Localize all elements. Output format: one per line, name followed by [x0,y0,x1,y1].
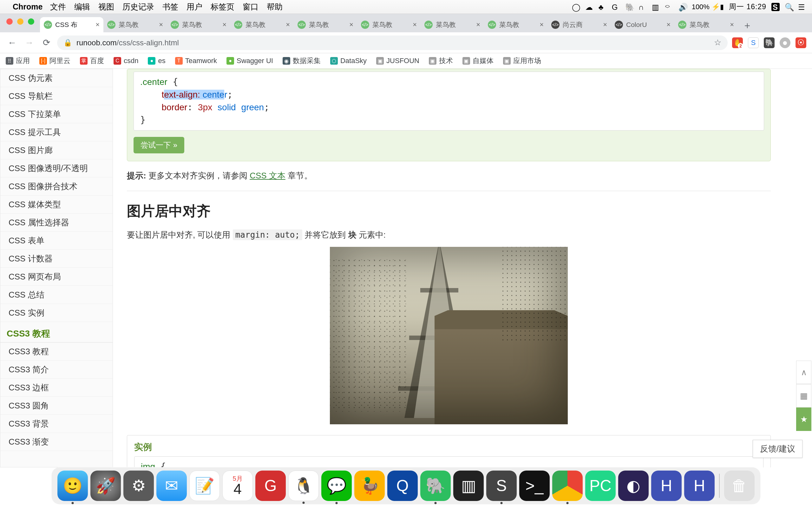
profile-avatar[interactable]: ● [780,38,791,48]
favorite-button[interactable]: ★ [796,407,811,431]
sidebar-item[interactable]: CSS3 背景 [0,415,113,433]
sidebar-item[interactable]: CSS 下拉菜单 [0,105,113,123]
sidebar-item[interactable]: CSS 图片廊 [0,141,113,159]
qq-app[interactable]: 🐧 [288,470,319,501]
scroll-top-button[interactable]: ∧ [796,360,811,384]
sidebar-item[interactable]: CSS 图像拼合技术 [0,177,113,195]
sidebar-item[interactable]: CSS 提示工具 [0,123,113,141]
browser-tab[interactable]: </>菜鸟教× [103,17,167,32]
clock[interactable]: 周一 16:29 [729,2,766,12]
quicktime-app[interactable]: Q [387,470,418,501]
sidebar-item[interactable]: CSS 实例 [0,304,113,322]
browser-tab[interactable]: </>菜鸟教× [294,17,357,32]
browser-tab[interactable]: </>菜鸟教× [167,17,230,32]
minimize-window-button[interactable] [17,18,23,25]
battery-percent[interactable]: 100% ⚡▮ [692,3,724,11]
bookmark-item[interactable]: TTeamwork [175,57,217,65]
notes-app[interactable]: 📝 [189,470,220,501]
sidebar-item[interactable]: CSS 伪元素 [0,69,113,87]
battery-meter-icon[interactable]: ▥ [652,3,660,11]
new-tab-button[interactable]: ＋ [740,18,754,32]
bookmark-item[interactable]: ⬡DataSky [330,57,367,65]
evernote-app[interactable]: 🐘 [420,470,451,501]
sidebar-item[interactable]: CSS3 圆角 [0,397,113,415]
launchpad-app[interactable]: 🚀 [90,470,121,501]
try-it-button[interactable]: 尝试一下 » [134,137,184,153]
sidebar-item[interactable]: CSS 导航栏 [0,87,113,105]
bookmark-item[interactable]: ▣应用市场 [503,56,541,66]
sidebar-item[interactable]: CSS 图像透明/不透明 [0,159,113,177]
notification-icon[interactable]: ♣ [599,3,607,11]
app-name[interactable]: Chrome [13,2,43,11]
feedback-button[interactable]: 反馈/建议 [753,440,803,458]
sidebar-item[interactable]: CSS 计数器 [0,250,113,268]
browser-tab[interactable]: </>菜鸟教× [357,17,420,32]
bookmark-item[interactable]: Ccsdn [113,57,138,65]
menu-file[interactable]: 文件 [50,2,66,12]
sidebar-item[interactable]: CSS 网页布局 [0,268,113,286]
tab-close-icon[interactable]: × [286,20,290,29]
iterm-app[interactable]: ▥ [453,470,484,501]
adblock-ext-icon[interactable]: ✋ [732,38,743,48]
sogou-icon[interactable]: S [771,3,780,11]
volume-icon[interactable]: 🔊 [678,3,687,11]
sidebar-item[interactable]: CSS 属性选择器 [0,214,113,232]
mail-app[interactable]: ✉ [156,470,187,501]
grammarly-icon[interactable]: G [612,3,620,11]
sidebar-item[interactable]: CSS3 渐变 [0,433,113,451]
terminal-app[interactable]: >_ [519,470,550,501]
menu-bookmarks[interactable]: 书签 [162,2,178,12]
bookmark-item[interactable]: ◉数据采集 [283,56,321,66]
bookmark-item[interactable]: ●es [148,57,165,65]
vpn-app[interactable]: 🦆 [354,470,385,501]
menu-window[interactable]: 窗口 [243,2,258,12]
sourcegraph-ext-icon[interactable]: S [748,38,759,48]
menu-history[interactable]: 历史记录 [122,2,154,12]
ublock-ext-icon[interactable]: ⦿ [796,38,806,48]
browser-tab[interactable]: </>菜鸟教× [484,17,548,32]
sidebar-item[interactable]: CSS3 边框 [0,379,113,397]
browser-tab[interactable]: </>ColorU× [611,17,674,32]
status-icon[interactable]: ◯ [572,3,580,11]
tab-close-icon[interactable]: × [476,20,480,29]
chrome-app[interactable] [552,470,583,501]
eclipse-app[interactable]: ◐ [618,470,649,501]
tab-close-icon[interactable]: × [540,20,544,29]
browser-tab[interactable]: </>CSS 布× [40,17,103,32]
menu-tabs[interactable]: 标签页 [211,2,235,12]
hbuilder1-app[interactable]: H [651,470,681,501]
menu-view[interactable]: 视图 [98,2,114,12]
sidebar-item[interactable]: CSS3 简介 [0,360,113,379]
finder-app[interactable]: 🙂 [57,470,88,501]
evernote-ext-icon[interactable]: 🐘 [764,38,774,48]
sidebar-item[interactable]: CSS 媒体类型 [0,195,113,214]
sidebar-item[interactable]: CSS 表单 [0,232,113,250]
sidebar-item[interactable]: CSS3 教程 [0,343,113,360]
wifi-icon[interactable]: ⌔ [665,3,673,11]
control-center-icon[interactable]: ☰ [798,3,806,11]
hbuilder2-app[interactable]: H [684,470,715,501]
calendar-app[interactable]: 5月4 [222,470,253,501]
browser-tab[interactable]: </>菜鸟教× [420,17,484,32]
reload-button[interactable]: ⟳ [40,37,53,49]
spotlight-icon[interactable]: 🔍 [785,3,793,11]
tab-close-icon[interactable]: × [159,20,163,29]
tab-close-icon[interactable]: × [349,20,353,29]
sublime-app[interactable]: S [486,470,517,501]
tab-close-icon[interactable]: × [603,20,607,29]
bookmark-star-icon[interactable]: ☆ [714,38,721,48]
fullscreen-window-button[interactable] [28,18,34,25]
tab-close-icon[interactable]: × [730,20,734,29]
browser-tab[interactable]: </>菜鸟教× [674,17,738,32]
wechat-app[interactable]: 💬 [321,470,352,501]
bookmark-item[interactable]: ▣JUSFOUN [376,57,419,65]
qr-button[interactable]: ▦ [796,384,811,407]
browser-tab[interactable]: </>菜鸟教× [230,17,294,32]
hint-link[interactable]: CSS 文本 [250,171,286,180]
back-button[interactable]: ← [6,37,18,49]
browser-tab[interactable]: </>尚云商× [548,17,611,32]
tab-close-icon[interactable]: × [666,20,670,29]
trash-app[interactable]: 🗑 [724,470,755,501]
bookmark-item[interactable]: ⠿应用 [6,56,30,66]
headphone-icon[interactable]: ∩ [639,3,647,11]
